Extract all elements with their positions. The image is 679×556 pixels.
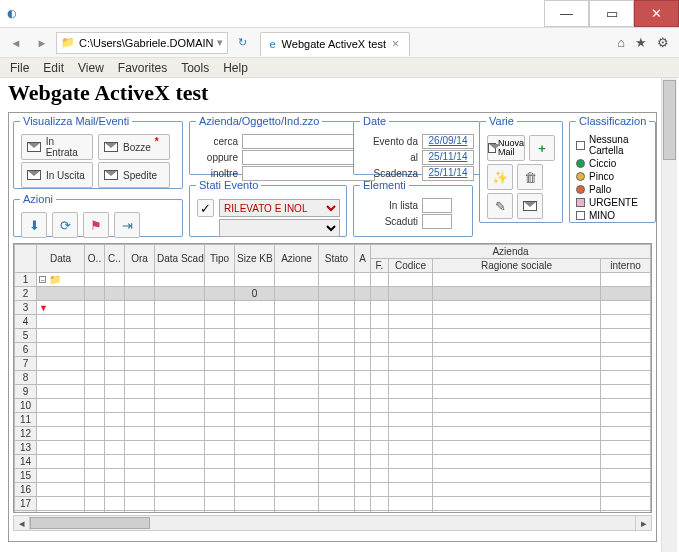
- col-size[interactable]: Size KB: [235, 245, 275, 273]
- address-bar[interactable]: 📁 C:\Users\Gabriele.DOMAIN ▾: [56, 32, 228, 54]
- cell[interactable]: [205, 399, 235, 413]
- cell[interactable]: [275, 385, 319, 399]
- cell[interactable]: [235, 413, 275, 427]
- cell[interactable]: [319, 343, 355, 357]
- cell[interactable]: [155, 483, 205, 497]
- cell[interactable]: [600, 273, 650, 287]
- cell[interactable]: [389, 315, 433, 329]
- cell[interactable]: [275, 455, 319, 469]
- table-row[interactable]: 9: [15, 385, 651, 399]
- cell[interactable]: [155, 287, 205, 301]
- cell[interactable]: 0: [235, 287, 275, 301]
- col-rownum[interactable]: [15, 245, 37, 273]
- col-azione[interactable]: Azione: [275, 245, 319, 273]
- menu-tools[interactable]: Tools: [175, 61, 215, 75]
- cell[interactable]: [85, 301, 105, 315]
- cell[interactable]: [125, 455, 155, 469]
- cell[interactable]: [155, 273, 205, 287]
- cell[interactable]: [205, 511, 235, 514]
- cell[interactable]: [155, 427, 205, 441]
- cell[interactable]: [105, 301, 125, 315]
- cell[interactable]: [355, 413, 371, 427]
- stati-check-button[interactable]: ✓: [197, 199, 214, 217]
- cell[interactable]: [85, 287, 105, 301]
- cell[interactable]: [319, 301, 355, 315]
- cell[interactable]: [37, 455, 85, 469]
- cell[interactable]: [319, 511, 355, 514]
- cell[interactable]: [105, 287, 125, 301]
- cell[interactable]: [600, 399, 650, 413]
- cell[interactable]: [105, 483, 125, 497]
- cell[interactable]: [85, 511, 105, 514]
- class-item[interactable]: Ciccio: [576, 157, 649, 170]
- cell[interactable]: [275, 441, 319, 455]
- cell[interactable]: [319, 315, 355, 329]
- table-row[interactable]: 4: [15, 315, 651, 329]
- cell[interactable]: [205, 413, 235, 427]
- cell[interactable]: [105, 343, 125, 357]
- cell[interactable]: [105, 427, 125, 441]
- grid-hscrollbar[interactable]: ◂ ▸: [13, 515, 652, 531]
- cell[interactable]: [319, 413, 355, 427]
- cell[interactable]: [235, 385, 275, 399]
- cell[interactable]: [105, 455, 125, 469]
- nuova-mail-button[interactable]: Nuova Mail: [487, 135, 525, 161]
- table-row[interactable]: 1− 📁: [15, 273, 651, 287]
- cell[interactable]: [155, 413, 205, 427]
- cell[interactable]: [37, 357, 85, 371]
- cell[interactable]: [389, 343, 433, 357]
- cell[interactable]: [433, 483, 601, 497]
- refresh-button[interactable]: ↻: [230, 31, 254, 55]
- cell[interactable]: ▼: [37, 301, 85, 315]
- cell[interactable]: [389, 497, 433, 511]
- cell[interactable]: [155, 371, 205, 385]
- action-refresh-button[interactable]: ⟳: [52, 212, 78, 238]
- menu-view[interactable]: View: [72, 61, 110, 75]
- cell[interactable]: [319, 357, 355, 371]
- cell[interactable]: [433, 399, 601, 413]
- cell[interactable]: [371, 343, 389, 357]
- cell[interactable]: [355, 427, 371, 441]
- cell[interactable]: [155, 455, 205, 469]
- col-f[interactable]: F.: [371, 259, 389, 273]
- cell[interactable]: [319, 273, 355, 287]
- cell[interactable]: [235, 329, 275, 343]
- class-item[interactable]: URGENTE: [576, 196, 649, 209]
- in-entrata-button[interactable]: In Entrata: [21, 134, 93, 160]
- cell[interactable]: [371, 511, 389, 514]
- cell[interactable]: [37, 497, 85, 511]
- cell[interactable]: [389, 455, 433, 469]
- class-item[interactable]: Nessuna Cartella: [576, 133, 649, 157]
- cell[interactable]: [600, 357, 650, 371]
- favorites-icon[interactable]: ★: [635, 35, 647, 50]
- cell[interactable]: [37, 413, 85, 427]
- cell[interactable]: [319, 469, 355, 483]
- cell[interactable]: [389, 441, 433, 455]
- cell[interactable]: [37, 483, 85, 497]
- action-flag-button[interactable]: ⚑: [83, 212, 109, 238]
- table-row[interactable]: 12: [15, 427, 651, 441]
- cell[interactable]: [371, 371, 389, 385]
- inlista-input[interactable]: [422, 198, 452, 213]
- table-row[interactable]: 14: [15, 455, 651, 469]
- cell[interactable]: [389, 301, 433, 315]
- cell[interactable]: [355, 399, 371, 413]
- cell[interactable]: [389, 357, 433, 371]
- cell[interactable]: [600, 427, 650, 441]
- cell[interactable]: [433, 301, 601, 315]
- cell[interactable]: [355, 385, 371, 399]
- table-row[interactable]: 3▼: [15, 301, 651, 315]
- table-row[interactable]: 13: [15, 441, 651, 455]
- cell[interactable]: [433, 469, 601, 483]
- cell[interactable]: [355, 287, 371, 301]
- minimize-button[interactable]: —: [544, 0, 589, 27]
- cell[interactable]: [235, 511, 275, 514]
- cell[interactable]: [433, 371, 601, 385]
- cell[interactable]: [319, 287, 355, 301]
- cell[interactable]: [155, 441, 205, 455]
- cell[interactable]: [433, 315, 601, 329]
- cell[interactable]: [275, 273, 319, 287]
- cell[interactable]: [155, 399, 205, 413]
- cell[interactable]: [235, 497, 275, 511]
- cell[interactable]: [600, 385, 650, 399]
